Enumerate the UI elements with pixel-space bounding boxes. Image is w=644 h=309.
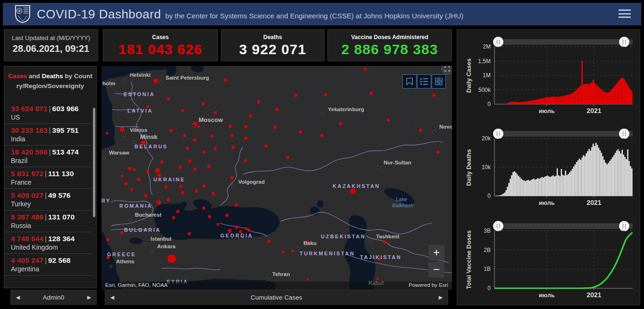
- list-scrollbar[interactable]: [93, 108, 95, 217]
- case-dot[interactable]: [350, 188, 356, 194]
- case-dot[interactable]: [208, 215, 211, 219]
- case-dot[interactable]: [144, 195, 148, 198]
- case-dot[interactable]: [146, 170, 150, 173]
- case-dot[interactable]: [202, 207, 206, 210]
- case-dot[interactable]: [128, 167, 132, 171]
- case-dot[interactable]: [181, 109, 184, 113]
- powered-by-esri[interactable]: Powered by Esri: [409, 282, 448, 290]
- case-dot[interactable]: [120, 127, 125, 132]
- case-dot[interactable]: [202, 151, 206, 154]
- list-item[interactable]: 30 233 183|395 751India: [4, 124, 92, 146]
- case-dot[interactable]: [387, 119, 390, 122]
- case-dot[interactable]: [419, 129, 422, 132]
- case-dot[interactable]: [274, 126, 277, 129]
- case-dot[interactable]: [294, 94, 298, 97]
- basemap-button[interactable]: [432, 74, 446, 89]
- prev-arrow-icon[interactable]: ◀: [11, 294, 25, 301]
- next-arrow-icon[interactable]: ▶: [82, 294, 96, 301]
- list-item[interactable]: 5 387 486|131 070Russia: [4, 211, 92, 232]
- case-dot[interactable]: [214, 147, 217, 150]
- map-canvas[interactable]: ESTONIALATVIABELARUSUKRAINEROMANIABULGAR…: [101, 66, 452, 290]
- list-item[interactable]: 18 420 598|513 474Brazil: [4, 146, 92, 167]
- case-dot[interactable]: [257, 100, 260, 104]
- case-dot[interactable]: [172, 216, 176, 220]
- list-item[interactable]: 4 748 644|128 364United Kingdom: [4, 232, 92, 254]
- case-dot[interactable]: [179, 166, 182, 169]
- case-dot[interactable]: [364, 68, 367, 71]
- case-dot[interactable]: [282, 251, 284, 253]
- case-dot[interactable]: [193, 138, 197, 142]
- zoom-out-button[interactable]: −: [428, 262, 444, 277]
- case-dot[interactable]: [167, 98, 170, 101]
- admin-tab-label[interactable]: Admin0: [43, 294, 65, 301]
- case-dot[interactable]: [214, 111, 217, 114]
- case-dot[interactable]: [249, 114, 252, 118]
- prev-arrow-icon[interactable]: ◀: [105, 294, 119, 301]
- case-dot[interactable]: [244, 227, 247, 230]
- case-dot[interactable]: [286, 156, 290, 159]
- case-dot[interactable]: [291, 250, 294, 252]
- case-dot[interactable]: [244, 159, 247, 163]
- case-dot[interactable]: [383, 241, 386, 244]
- case-dot[interactable]: [307, 278, 309, 281]
- case-dot[interactable]: [179, 185, 183, 188]
- case-dot[interactable]: [125, 182, 128, 186]
- case-dot[interactable]: [324, 93, 327, 97]
- case-dot[interactable]: [244, 137, 248, 140]
- case-dot[interactable]: [156, 200, 161, 205]
- case-dot[interactable]: [299, 130, 302, 134]
- map-tab-label[interactable]: Cumulative Cases: [251, 294, 302, 301]
- case-dot[interactable]: [244, 125, 248, 129]
- case-dot[interactable]: [197, 125, 200, 128]
- case-dot[interactable]: [130, 188, 133, 191]
- zoom-in-button[interactable]: +: [428, 245, 444, 260]
- case-dot[interactable]: [137, 178, 141, 181]
- case-dot[interactable]: [235, 203, 238, 207]
- case-dot[interactable]: [339, 122, 343, 125]
- case-dot[interactable]: [265, 145, 268, 148]
- case-dot[interactable]: [208, 165, 211, 168]
- case-dot[interactable]: [228, 229, 232, 233]
- case-dot[interactable]: [181, 191, 184, 195]
- case-dot[interactable]: [231, 176, 234, 179]
- case-dot[interactable]: [170, 129, 173, 132]
- case-dot[interactable]: [268, 240, 271, 243]
- case-dot[interactable]: [133, 168, 136, 171]
- case-dot[interactable]: [202, 185, 206, 188]
- case-dot[interactable]: [226, 214, 229, 217]
- case-dot[interactable]: [376, 278, 379, 280]
- case-dot[interactable]: [212, 192, 215, 195]
- case-dot[interactable]: [436, 151, 440, 154]
- case-dot[interactable]: [106, 238, 109, 242]
- case-dot[interactable]: [231, 134, 234, 138]
- case-dot[interactable]: [106, 132, 109, 135]
- case-dot[interactable]: [186, 147, 189, 150]
- case-dot[interactable]: [120, 231, 124, 235]
- case-dot[interactable]: [167, 254, 176, 263]
- case-dot[interactable]: [210, 135, 214, 138]
- case-dot[interactable]: [165, 186, 168, 189]
- menu-icon[interactable]: [619, 9, 631, 19]
- case-dot[interactable]: [153, 79, 158, 83]
- list-item[interactable]: 5 831 972|111 130France: [4, 167, 92, 189]
- case-dot[interactable]: [224, 79, 227, 82]
- case-dot[interactable]: [276, 108, 279, 111]
- list-item[interactable]: 4 405 247|92 568Argentina: [4, 254, 92, 276]
- legend-button[interactable]: [417, 74, 431, 89]
- case-dot[interactable]: [167, 198, 170, 202]
- next-arrow-icon[interactable]: ▶: [434, 294, 448, 301]
- case-dot[interactable]: [232, 146, 235, 149]
- bookmark-button[interactable]: [402, 74, 417, 89]
- case-dot[interactable]: [121, 175, 124, 178]
- case-dot[interactable]: [247, 228, 251, 232]
- case-dot[interactable]: [183, 134, 186, 138]
- case-dot[interactable]: [217, 223, 219, 226]
- case-dot[interactable]: [155, 168, 160, 173]
- case-dot[interactable]: [160, 161, 164, 164]
- case-dot[interactable]: [370, 92, 373, 95]
- map[interactable]: ESTONIALATVIABELARUSUKRAINEROMANIABULGAR…: [101, 66, 452, 290]
- case-dot[interactable]: [229, 125, 232, 128]
- case-dot[interactable]: [202, 102, 205, 106]
- list-item[interactable]: 33 624 871|603 966US: [4, 102, 92, 124]
- case-dot[interactable]: [188, 232, 191, 236]
